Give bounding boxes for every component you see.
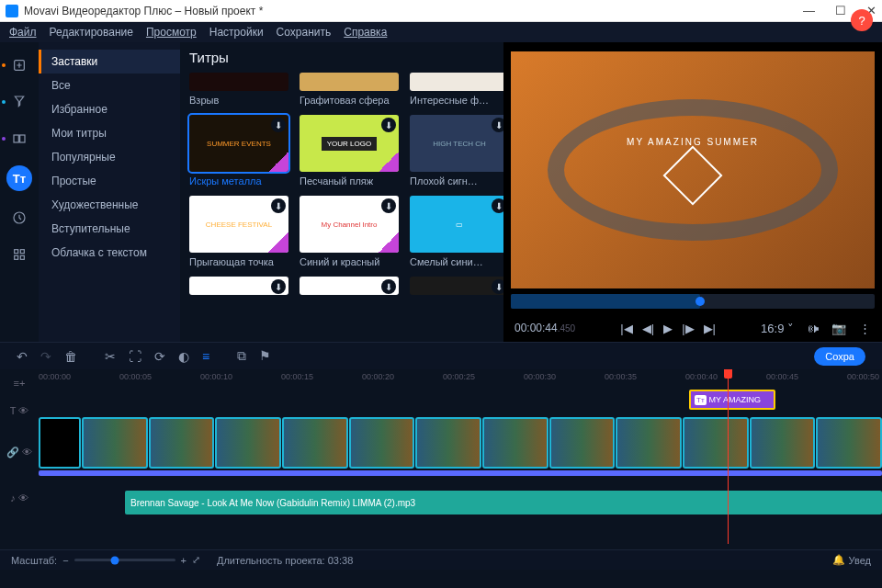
title-card-label: Прыгающая точка [189,256,288,267]
marker-button[interactable]: ⚑ [259,348,271,364]
save-button[interactable]: Сохра [814,347,865,366]
cat-intros[interactable]: Заставки [39,50,180,74]
zoom-fit-button[interactable]: ⤢ [192,554,200,566]
preview-viewport[interactable]: MY AMAZING SUMMER [511,51,875,288]
video-clip-thumb[interactable] [616,417,682,469]
title-card[interactable]: ▭⬇Смелый сини… [410,196,503,267]
snapshot-icon[interactable]: 📷 [831,322,846,335]
video-clip-thumb[interactable] [282,417,348,469]
download-icon: ⬇ [492,279,503,294]
zoom-slider[interactable] [74,559,175,561]
crop-button[interactable]: ⛶ [129,349,141,364]
cat-popular[interactable]: Популярные [39,145,180,169]
redo-button[interactable]: ↷ [40,349,51,364]
import-icon[interactable] [9,55,29,75]
playhead[interactable] [728,369,729,544]
play-button[interactable]: ▶ [663,322,673,335]
aspect-selector[interactable]: 16:9 ˅ [761,322,794,335]
cat-simple[interactable]: Простые [39,169,180,193]
category-panel: Заставки Все Избранное Мои титры Популяр… [39,42,180,342]
video-clip-thumb[interactable] [683,417,749,469]
video-clip-thumb[interactable] [482,417,548,469]
menu-help[interactable]: Справка [344,26,387,39]
help-button[interactable]: ? [851,9,873,31]
next-clip-button[interactable]: ▶| [704,322,716,335]
cat-artistic[interactable]: Художественные [39,193,180,217]
zoom-out-button[interactable]: − [62,555,68,566]
color-button[interactable]: ◐ [178,349,189,364]
title-clip[interactable]: TтMY AMAZING [689,390,775,410]
menu-view[interactable]: Просмотр [146,26,197,39]
download-icon: ⬇ [492,118,503,132]
more-icon[interactable] [9,244,29,265]
title-card[interactable]: Взрыв [189,73,288,106]
delete-button[interactable]: 🗑 [64,349,77,364]
prev-clip-button[interactable]: |◀ [620,322,632,335]
preview-scrubber[interactable] [511,294,875,309]
new-badge-icon [268,152,288,172]
video-clip-thumb[interactable] [415,417,481,469]
menu-file[interactable]: Файл [9,26,37,39]
video-clip-thumb[interactable] [215,417,281,469]
transitions-icon[interactable] [9,129,29,149]
titles-grid: ВзрывГрафитовая сфераИнтересные ф…SUMMER… [189,73,494,295]
stickers-icon[interactable] [9,208,29,228]
video-clip-thumb[interactable] [82,417,148,469]
audio-clip[interactable]: Brennan Savage - Look At Me Now (Gabidul… [125,491,882,514]
title-card[interactable]: Графитовая сфера [300,73,399,106]
menu-save[interactable]: Сохранить [277,26,332,39]
svg-rect-6 [15,255,18,259]
video-clip-thumb[interactable] [149,417,215,469]
title-card-label: Песчаный пляж [300,175,399,187]
video-clip-thumb[interactable] [816,417,882,469]
add-track-button[interactable]: ≡+ [0,369,39,397]
menu-settings[interactable]: Настройки [209,26,264,39]
cat-all[interactable]: Все [39,74,180,97]
title-card[interactable]: ⬇ [189,277,288,295]
cat-opening[interactable]: Вступительные [39,217,180,241]
maximize-button[interactable]: ☐ [835,4,846,17]
download-icon: ⬇ [271,118,286,132]
rotate-button[interactable]: ⟳ [154,349,165,364]
filters-icon[interactable] [9,92,29,112]
undo-button[interactable]: ↶ [17,349,28,364]
cat-callouts[interactable]: Облачка с текстом [39,241,180,265]
timeline-body[interactable]: 00:00:0000:00:0500:00:1000:00:1500:00:20… [39,369,882,549]
step-back-button[interactable]: ◀| [642,322,654,335]
title-card[interactable]: ⬇ [300,277,399,295]
notifications-button[interactable]: 🔔 Увед [832,554,871,566]
adjust-button[interactable]: ≡ [202,349,209,364]
video-clip-thumb[interactable] [39,417,81,469]
menu-edit[interactable]: Редактирование [50,26,133,39]
title-card-label: Графитовая сфера [300,95,399,106]
cat-fav[interactable]: Избранное [39,97,180,121]
title-card[interactable]: SUMMER EVENTS⬇Искры металла [189,115,288,187]
title-card[interactable]: YOUR LOGO⬇Песчаный пляж [300,115,399,187]
time-ruler[interactable]: 00:00:0000:00:0500:00:1000:00:1500:00:20… [39,369,882,386]
video-clip-thumb[interactable] [349,417,415,469]
more-icon[interactable]: ⋮ [859,322,871,335]
title-card-label: Смелый сини… [410,256,503,267]
title-card[interactable]: Интересные ф… [410,73,503,106]
video-clip-thumb[interactable] [549,417,616,469]
titles-icon[interactable]: Tт [6,165,32,191]
title-card[interactable]: ⬇ [410,277,503,295]
cut-button[interactable]: ✂ [105,349,116,364]
status-bar: Масштаб: − + ⤢ Длительность проекта: 03:… [0,549,882,570]
record-button[interactable]: ⧉ [237,348,246,364]
title-card[interactable]: CHEESE FESTIVAL⬇Прыгающая точка [189,196,288,267]
video-clip-thumb[interactable] [750,417,816,469]
title-track[interactable]: TтMY AMAZING [39,386,882,413]
title-track-header[interactable]: T 👁 [0,397,39,424]
cat-my[interactable]: Мои титры [39,121,180,145]
title-card[interactable]: HIGH TECH CH⬇Плохой сигн… [410,115,503,187]
minimize-button[interactable]: — [803,4,815,17]
video-track[interactable] [39,417,882,469]
audio-track[interactable]: Brennan Savage - Look At Me Now (Gabidul… [39,491,882,518]
audio-track-header[interactable]: ♪ 👁 [0,480,39,516]
video-track-header[interactable]: 🔗 👁 [0,424,39,480]
step-fwd-button[interactable]: |▶ [682,322,694,335]
volume-icon[interactable]: 🕪 [807,322,819,335]
title-card[interactable]: My Channel Intro⬇Синий и красный [300,196,399,267]
zoom-in-button[interactable]: + [181,555,187,566]
